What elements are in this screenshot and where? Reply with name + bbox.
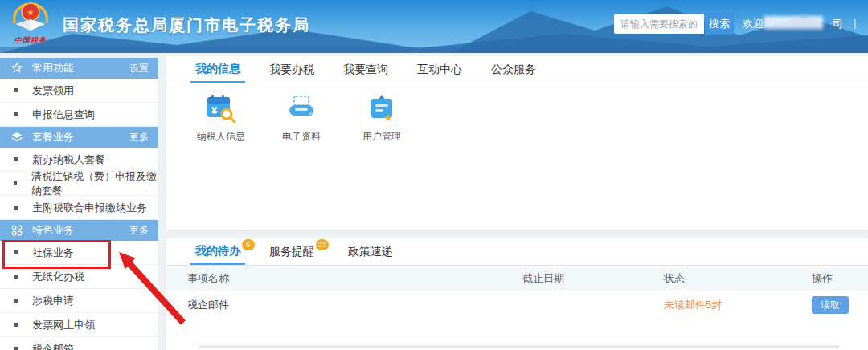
layers-icon (11, 132, 23, 143)
section-title: 常用功能 (32, 61, 129, 75)
column-action: 操作 (812, 271, 868, 286)
bullet-icon (14, 157, 18, 161)
row-status: 未读邮件5封 (664, 298, 812, 312)
page: ★ 中国税务 国家税务总局厦门市电子税务局 搜索 欢迎 司 | 常用功能 设置 … (0, 0, 868, 350)
sidebar-section-package: 套餐业务 更多 (0, 127, 158, 148)
tab-my-todo[interactable]: 我的待办 5 (190, 238, 245, 265)
welcome-suffix: 司 (833, 17, 843, 31)
sidebar-section-special: 特色业务 更多 (0, 220, 158, 241)
sidebar-item-new-taxpayer-package[interactable]: 新办纳税人套餐 (0, 148, 158, 172)
next-row-divider (199, 345, 840, 348)
settings-link[interactable]: 设置 (129, 62, 149, 75)
todo-count-badge: 5 (242, 239, 255, 250)
row-item-name: 税企邮件 (166, 298, 522, 312)
sidebar-item-tax-application[interactable]: 涉税申请 (0, 289, 158, 313)
redacted-company-name (764, 16, 823, 29)
bullet-icon (14, 88, 18, 92)
tab-tax-handling[interactable]: 我要办税 (264, 56, 319, 83)
more-link[interactable]: 更多 (129, 131, 149, 144)
main-info-panel: 我的信息 我要办税 我要查询 互动中心 公众服务 ¥ 纳税人信息 (166, 56, 868, 230)
search-button[interactable]: 搜索 (705, 13, 734, 35)
section-title: 特色业务 (32, 223, 129, 238)
reminder-count-badge: 23 (316, 239, 329, 250)
section-title: 套餐业务 (32, 130, 129, 144)
sidebar-item-paperless-tax[interactable]: 无纸化办税 (0, 265, 158, 289)
sidebar-item-social-security[interactable]: 社保业务 (0, 241, 158, 265)
todo-table-header: 事项名称 截止日期 状态 操作 (166, 267, 868, 291)
tab-query[interactable]: 我要查询 (338, 56, 393, 83)
column-deadline: 截止日期 (522, 271, 664, 286)
bullet-icon (14, 299, 18, 303)
e-document-icon (286, 95, 317, 124)
bullet-icon (14, 250, 18, 254)
search-input[interactable] (614, 14, 704, 34)
logo-caption: 中国税务 (6, 35, 55, 46)
todo-panel: 我的待办 5 服务提醒 23 政策速递 事项名称 截止日期 状态 操作 税企邮件… (166, 238, 868, 350)
more-link[interactable]: 更多 (129, 224, 149, 238)
taxpayer-info-icon: ¥ (206, 95, 236, 124)
shortcut-taxpayer-info[interactable]: ¥ 纳税人信息 (181, 95, 261, 144)
tab-policy-express[interactable]: 政策速递 (343, 238, 398, 265)
sidebar-item-tax-clearance-package[interactable]: 清税注销税（费）申报及缴纳套餐 (0, 172, 158, 196)
tab-my-info[interactable]: 我的信息 (190, 56, 245, 83)
svg-text:¥: ¥ (211, 104, 218, 116)
tab-interaction-center[interactable]: 互动中心 (412, 56, 467, 83)
read-button[interactable]: 读取 (812, 296, 849, 314)
page-title: 国家税务总局厦门市电子税务局 (63, 14, 310, 36)
shortcut-user-management[interactable]: ★ 用户管理 (342, 95, 422, 144)
bullet-icon (14, 112, 18, 116)
todo-tab-bar: 我的待办 5 服务提醒 23 政策速递 (166, 238, 868, 266)
welcome-text: 欢迎 (743, 17, 764, 31)
sidebar-item-invoice-collect[interactable]: 发票领用 (0, 79, 158, 103)
china-tax-logo: ★ 中国税务 (6, 2, 55, 46)
bullet-icon (14, 347, 18, 350)
sidebar-item-online-invoice-apply[interactable]: 发票网上申领 (0, 313, 158, 337)
bullet-icon (14, 323, 18, 327)
sidebar-section-common: 常用功能 设置 (0, 58, 158, 79)
tab-service-reminder[interactable]: 服务提醒 23 (264, 238, 319, 265)
shortcut-row: ¥ 纳税人信息 电子资料 (166, 95, 868, 144)
star-icon (11, 63, 23, 74)
table-row-tax-mail[interactable]: 税企邮件 未读邮件5封 读取 (166, 291, 868, 319)
national-emblem-icon: ★ (10, 2, 51, 34)
column-status: 状态 (664, 271, 812, 286)
sidebar: 常用功能 设置 发票领用 申报信息查询 套餐业务 更多 新办纳税人套餐 清税注销… (0, 58, 158, 350)
user-management-icon: ★ (366, 95, 397, 124)
main-tab-bar: 我的信息 我要办税 我要查询 互动中心 公众服务 (166, 56, 868, 83)
svg-text:★: ★ (27, 8, 35, 17)
column-item-name: 事项名称 (166, 271, 522, 286)
sidebar-item-declaration-query[interactable]: 申报信息查询 (0, 103, 158, 127)
grid-icon (11, 225, 23, 236)
app-header: ★ 中国税务 国家税务总局厦门市电子税务局 搜索 欢迎 司 | (0, 0, 868, 53)
header-separator: | (854, 17, 856, 29)
sidebar-item-tax-enterprise-mailbox[interactable]: 税企邮箱 (0, 337, 158, 350)
bullet-icon (14, 275, 18, 279)
bullet-icon (14, 206, 18, 210)
tab-public-service[interactable]: 公众服务 (486, 56, 541, 83)
bullet-icon (14, 181, 17, 185)
sidebar-item-joint-declaration[interactable]: 主附税联合申报缴纳业务 (0, 196, 158, 220)
svg-text:★: ★ (383, 112, 393, 124)
shortcut-e-documents[interactable]: 电子资料 (261, 95, 342, 144)
